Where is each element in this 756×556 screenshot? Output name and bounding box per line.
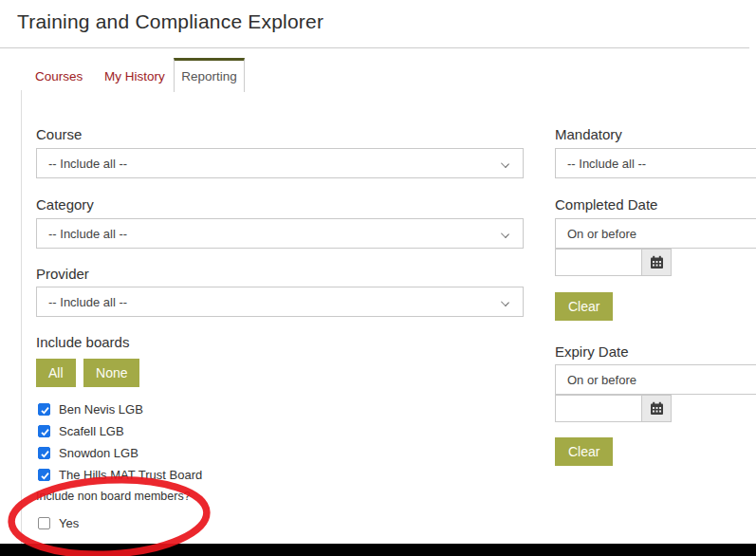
category-select[interactable]: -- Include all --	[36, 218, 524, 249]
completed-date-calendar-button[interactable]	[642, 249, 672, 276]
board-checkbox[interactable]	[38, 447, 50, 459]
mandatory-select[interactable]: -- Include all --	[555, 148, 756, 178]
provider-select[interactable]: -- Include all --	[36, 287, 524, 317]
board-label: Snowdon LGB	[59, 446, 138, 460]
board-checkbox-list: Ben Nevis LGB Scafell LGB Snowdon LGB Th…	[36, 402, 524, 481]
course-label: Course	[36, 126, 524, 143]
category-label: Category	[36, 196, 524, 213]
non-board-yes-row: Yes	[36, 516, 524, 529]
course-select-value: -- Include all --	[48, 157, 127, 171]
boards-none-button[interactable]: None	[83, 359, 139, 387]
tab-my-history[interactable]: My History	[104, 69, 165, 83]
board-label: Ben Nevis LGB	[59, 402, 143, 417]
tab-reporting[interactable]: Reporting	[174, 58, 245, 92]
mandatory-label: Mandatory	[555, 126, 756, 143]
non-board-yes-checkbox[interactable]	[38, 517, 50, 529]
provider-select-value: -- Include all --	[48, 295, 127, 309]
chevron-down-icon	[501, 298, 509, 306]
course-select[interactable]: -- Include all --	[36, 148, 524, 178]
provider-label: Provider	[36, 266, 524, 283]
completed-date-comparator-value: On or before	[567, 227, 636, 241]
board-buttons: All None	[36, 359, 524, 387]
expiry-date-comparator-value: On or before	[567, 373, 636, 387]
chevron-down-icon	[501, 159, 509, 168]
board-row: Snowdon LGB	[36, 446, 524, 459]
calendar-icon	[650, 255, 664, 269]
completed-date-clear-button[interactable]: Clear	[555, 292, 613, 321]
expiry-date-group	[555, 395, 756, 422]
completed-date-input[interactable]	[555, 249, 642, 276]
non-board-members-label: Include non board members?	[36, 490, 524, 503]
mandatory-select-value: -- Include all --	[567, 157, 646, 171]
board-row: Ben Nevis LGB	[36, 402, 524, 416]
tab-panel-left-border	[21, 90, 22, 544]
boards-all-button[interactable]: All	[36, 359, 76, 387]
expiry-date-clear-button[interactable]: Clear	[555, 437, 613, 466]
expiry-date-label: Expiry Date	[555, 343, 756, 361]
board-label: The Hills MAT Trust Board	[59, 468, 202, 482]
include-boards-label: Include boards	[36, 334, 524, 351]
board-row: Scafell LGB	[36, 424, 524, 437]
expiry-date-calendar-button[interactable]	[642, 395, 672, 422]
filter-column-right: Mandatory -- Include all -- Completed Da…	[555, 119, 756, 466]
filter-column-left: Course -- Include all -- Category -- Inc…	[36, 119, 524, 538]
page-title: Training and Compliance Explorer	[17, 10, 323, 33]
completed-date-comparator-select[interactable]: On or before	[555, 218, 756, 249]
title-divider	[0, 47, 749, 48]
calendar-icon	[650, 401, 664, 416]
category-select-value: -- Include all --	[48, 227, 127, 241]
chevron-down-icon	[501, 230, 509, 238]
expiry-date-comparator-select[interactable]: On or before	[555, 364, 756, 395]
board-checkbox[interactable]	[38, 403, 50, 416]
expiry-date-input[interactable]	[555, 395, 642, 422]
board-label: Scafell LGB	[59, 424, 124, 438]
completed-date-group	[555, 249, 756, 276]
board-checkbox[interactable]	[38, 469, 50, 481]
completed-date-label: Completed Date	[555, 196, 756, 213]
board-checkbox[interactable]	[38, 425, 50, 437]
bottom-letterbox-bar	[0, 544, 756, 556]
board-row: The Hills MAT Trust Board	[36, 468, 524, 481]
tab-courses[interactable]: Courses	[35, 69, 83, 83]
non-board-yes-label: Yes	[59, 516, 79, 530]
